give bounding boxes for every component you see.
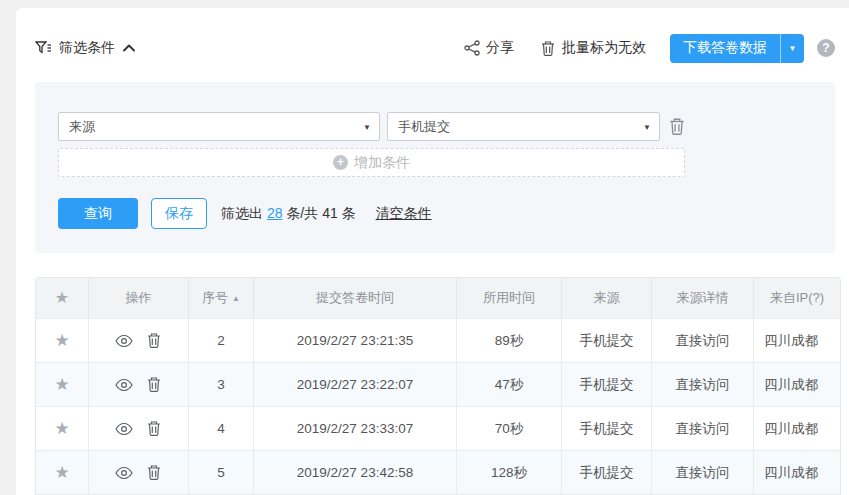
star-column-header-icon[interactable]: ★ bbox=[55, 290, 69, 306]
cell-no: 2 bbox=[188, 319, 253, 362]
cell-no: 5 bbox=[188, 451, 253, 494]
toolbar: 筛选条件 分享 bbox=[35, 33, 835, 63]
view-answer-button[interactable] bbox=[115, 334, 133, 348]
condition-row: 来源 ▼ 手机提交 ▼ bbox=[58, 112, 835, 141]
header-ip: 来自IP(?) bbox=[753, 278, 840, 318]
condition-field-value: 来源 bbox=[69, 118, 95, 136]
table-header-row: ★ 操作 序号 ▲ 提交答卷时间 所用时间 来源 来源详情 来自IP(?) bbox=[36, 278, 840, 318]
result-summary: 筛选出 28 条/共 41 条 bbox=[221, 205, 356, 223]
trash-icon bbox=[540, 40, 556, 57]
save-button[interactable]: 保存 bbox=[151, 198, 207, 229]
filter-panel: 来源 ▼ 手机提交 ▼ + 增加条件 查询 保存 筛选出 bbox=[35, 82, 835, 253]
sort-asc-icon: ▲ bbox=[232, 294, 240, 303]
table-row: ★ 2 2019/2/27 23:21:35 89秒 手机提交 直接访问 四川成… bbox=[36, 318, 840, 362]
cell-submit-time: 2019/2/27 23:22:07 bbox=[253, 363, 456, 406]
condition-value-value: 手机提交 bbox=[398, 118, 450, 136]
download-answers-button[interactable]: 下载答卷数据 bbox=[670, 34, 781, 63]
cell-ip: 四川成都 bbox=[753, 451, 840, 494]
table-row: ★ 3 2019/2/27 23:22:07 47秒 手机提交 直接访问 四川成… bbox=[36, 362, 840, 406]
action-cell bbox=[88, 319, 188, 362]
favorite-star-button[interactable]: ★ bbox=[54, 332, 69, 349]
batch-invalid-label: 批量标为无效 bbox=[562, 39, 646, 57]
query-button[interactable]: 查询 bbox=[58, 198, 138, 229]
cell-duration: 70秒 bbox=[456, 407, 561, 450]
help-button[interactable]: ? bbox=[817, 39, 835, 57]
favorite-star-button[interactable]: ★ bbox=[54, 464, 69, 481]
cell-source: 手机提交 bbox=[561, 451, 651, 494]
plus-icon: + bbox=[333, 155, 348, 170]
delete-answer-button[interactable] bbox=[146, 332, 162, 349]
cell-no: 4 bbox=[188, 407, 253, 450]
cell-source: 手机提交 bbox=[561, 363, 651, 406]
table-body: ★ 2 2019/2/27 23:21:35 89秒 手机提交 直接访问 四川成… bbox=[36, 318, 840, 494]
share-label: 分享 bbox=[486, 39, 514, 57]
header-no-sortable[interactable]: 序号 ▲ bbox=[188, 278, 253, 318]
favorite-star-button[interactable]: ★ bbox=[54, 420, 69, 437]
cell-source-detail: 直接访问 bbox=[651, 319, 753, 362]
cell-submit-time: 2019/2/27 23:33:07 bbox=[253, 407, 456, 450]
result-suffix: 条/共 41 条 bbox=[286, 205, 355, 221]
toolbar-actions: 分享 批量标为无效 下载答卷数据 ▼ ? bbox=[464, 34, 835, 63]
cell-source-detail: 直接访问 bbox=[651, 363, 753, 406]
select-caret-icon: ▼ bbox=[643, 122, 651, 131]
table-row: ★ 4 2019/2/27 23:33:07 70秒 手机提交 直接访问 四川成… bbox=[36, 406, 840, 450]
filter-actions-row: 查询 保存 筛选出 28 条/共 41 条 清空条件 bbox=[58, 198, 835, 229]
download-split-button: 下载答卷数据 ▼ bbox=[670, 34, 804, 63]
remove-condition-button[interactable] bbox=[668, 117, 686, 136]
clear-conditions-link[interactable]: 清空条件 bbox=[376, 205, 432, 223]
filter-collapse-toggle[interactable]: 筛选条件 bbox=[35, 39, 136, 57]
action-cell bbox=[88, 407, 188, 450]
cell-ip: 四川成都 bbox=[753, 363, 840, 406]
answers-table: ★ 操作 序号 ▲ 提交答卷时间 所用时间 来源 来源详情 来自IP(?) ★ bbox=[35, 277, 841, 495]
content-card: 筛选条件 分享 bbox=[16, 8, 849, 495]
cell-duration: 128秒 bbox=[456, 451, 561, 494]
delete-answer-button[interactable] bbox=[146, 420, 162, 437]
cell-no: 3 bbox=[188, 363, 253, 406]
action-cell bbox=[88, 363, 188, 406]
download-options-caret[interactable]: ▼ bbox=[781, 34, 804, 63]
chevron-up-icon bbox=[122, 43, 136, 53]
header-source: 来源 bbox=[561, 278, 651, 318]
cell-duration: 47秒 bbox=[456, 363, 561, 406]
add-condition-label: 增加条件 bbox=[354, 154, 410, 172]
action-cell bbox=[88, 451, 188, 494]
header-submit-time: 提交答卷时间 bbox=[253, 278, 456, 318]
view-answer-button[interactable] bbox=[115, 422, 133, 436]
add-condition-button[interactable]: + 增加条件 bbox=[58, 148, 685, 177]
cell-source-detail: 直接访问 bbox=[651, 407, 753, 450]
cell-source-detail: 直接访问 bbox=[651, 451, 753, 494]
cell-source: 手机提交 bbox=[561, 319, 651, 362]
select-caret-icon: ▼ bbox=[363, 122, 371, 131]
header-no-label: 序号 bbox=[202, 289, 228, 307]
view-answer-button[interactable] bbox=[115, 378, 133, 392]
cell-source: 手机提交 bbox=[561, 407, 651, 450]
delete-answer-button[interactable] bbox=[146, 376, 162, 393]
cell-ip: 四川成都 bbox=[753, 319, 840, 362]
share-nodes-icon bbox=[464, 40, 480, 56]
filter-panel-title: 筛选条件 bbox=[59, 39, 115, 57]
header-duration: 所用时间 bbox=[456, 278, 561, 318]
cell-submit-time: 2019/2/27 23:42:58 bbox=[253, 451, 456, 494]
share-button[interactable]: 分享 bbox=[464, 39, 514, 57]
header-action: 操作 bbox=[88, 278, 188, 318]
favorite-star-button[interactable]: ★ bbox=[54, 376, 69, 393]
result-prefix: 筛选出 bbox=[221, 205, 263, 221]
view-answer-button[interactable] bbox=[115, 466, 133, 480]
condition-field-select[interactable]: 来源 ▼ bbox=[58, 112, 380, 141]
filter-funnel-icon bbox=[35, 40, 52, 56]
cell-ip: 四川成都 bbox=[753, 407, 840, 450]
table-row: ★ 5 2019/2/27 23:42:58 128秒 手机提交 直接访问 四川… bbox=[36, 450, 840, 494]
delete-answer-button[interactable] bbox=[146, 464, 162, 481]
filtered-count-link[interactable]: 28 bbox=[267, 205, 283, 221]
cell-submit-time: 2019/2/27 23:21:35 bbox=[253, 319, 456, 362]
condition-value-select[interactable]: 手机提交 ▼ bbox=[387, 112, 660, 141]
batch-invalid-button[interactable]: 批量标为无效 bbox=[540, 39, 646, 57]
header-source-detail: 来源详情 bbox=[651, 278, 753, 318]
cell-duration: 89秒 bbox=[456, 319, 561, 362]
